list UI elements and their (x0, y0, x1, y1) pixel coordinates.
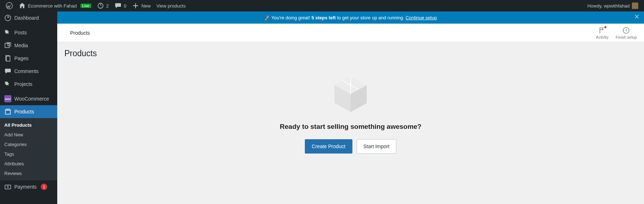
sidebar-item-payments[interactable]: $ Payments 1 (0, 180, 57, 193)
admin-sidebar: Dashboard Posts Media Pages Comments Pro… (0, 11, 57, 204)
pin-icon (4, 29, 11, 36)
new-label: New (141, 3, 151, 9)
update-icon (97, 2, 104, 9)
new-link[interactable]: New (129, 0, 153, 11)
username: wpwithfahad (604, 3, 630, 9)
sidebar-item-dashboard[interactable]: Dashboard (0, 11, 57, 24)
sidebar-label: Posts (14, 30, 27, 35)
svg-rect-2 (5, 43, 9, 48)
view-products-label: View products (156, 3, 185, 9)
view-products-link[interactable]: View products (153, 0, 188, 11)
page-header-bar: Products Activity Finish setup (57, 24, 644, 42)
box-illustration (333, 73, 369, 112)
sidebar-item-projects[interactable]: Projects (0, 78, 57, 91)
banner-bold: 5 steps left (311, 15, 336, 20)
sidebar-item-media[interactable]: Media (0, 39, 57, 52)
rocket-icon: 🚀 (264, 15, 270, 20)
dashboard-icon (4, 14, 11, 21)
updates-link[interactable]: 2 (94, 0, 112, 11)
sidebar-label: Pages (14, 55, 29, 61)
finish-setup-label: Finish setup (616, 35, 637, 39)
avatar (632, 3, 638, 9)
payments-badge: 1 (41, 184, 47, 190)
account-menu[interactable]: Howdy, wpwithfahad (587, 3, 641, 9)
sidebar-item-posts[interactable]: Posts (0, 26, 57, 39)
submenu-reviews[interactable]: Reviews (0, 169, 57, 178)
close-icon (634, 14, 640, 20)
admin-bar: Ecommerce with Fahad Live 2 0 New View p… (0, 0, 644, 11)
activity-button[interactable]: Activity (596, 26, 609, 39)
comments-count: 0 (124, 3, 126, 9)
svg-rect-6 (5, 110, 10, 114)
clock-progress-icon (622, 26, 630, 34)
sidebar-label: Payments (14, 184, 36, 190)
submenu-attributes[interactable]: Attributes (0, 159, 57, 169)
empty-state: Ready to start selling something awesome… (64, 73, 637, 154)
howdy-text: Howdy, (587, 3, 604, 9)
continue-setup-link[interactable]: Continue setup (405, 15, 436, 20)
comment-icon (4, 68, 11, 75)
home-icon (19, 2, 26, 9)
activity-label: Activity (596, 35, 609, 39)
sidebar-item-products[interactable]: Products (0, 105, 57, 118)
submenu-categories[interactable]: Categories (0, 140, 57, 149)
setup-banner: 🚀 You're doing great! 5 steps left to ge… (57, 11, 644, 24)
products-icon (4, 108, 11, 115)
svg-text:$: $ (7, 185, 9, 189)
banner-text-after: to get your store up and running. (336, 15, 405, 20)
sidebar-item-comments[interactable]: Comments (0, 65, 57, 78)
finish-setup-button[interactable]: Finish setup (616, 26, 637, 39)
submenu-all-products[interactable]: All Products (0, 120, 57, 130)
pages-icon (4, 55, 11, 62)
payments-icon: $ (4, 183, 11, 190)
comment-icon (114, 2, 122, 9)
sidebar-label: Media (14, 43, 28, 48)
sidebar-label: Projects (14, 81, 33, 87)
sidebar-item-woocommerce[interactable]: woo WooCommerce (0, 92, 57, 105)
woo-icon: woo (4, 95, 11, 102)
sidebar-label: Comments (14, 68, 39, 74)
svg-rect-5 (6, 56, 10, 61)
create-product-button[interactable]: Create Product (305, 139, 352, 154)
sidebar-label: Dashboard (14, 15, 39, 21)
notification-dot (604, 26, 606, 28)
submenu-add-new[interactable]: Add New (0, 130, 57, 140)
site-link[interactable]: Ecommerce with Fahad Live (16, 0, 94, 11)
sidebar-label: Products (14, 109, 34, 115)
package-icon (333, 73, 369, 112)
pin-icon (4, 81, 11, 88)
sidebar-item-pages[interactable]: Pages (0, 52, 57, 65)
submenu-tags[interactable]: Tags (0, 149, 57, 159)
sidebar-label: WooCommerce (14, 96, 49, 102)
products-submenu: All Products Add New Categories Tags Att… (0, 118, 57, 180)
page-heading: Products (64, 49, 637, 58)
banner-text: You're doing great! (272, 15, 312, 20)
header-title: Products (70, 30, 90, 36)
wordpress-icon (6, 2, 13, 9)
site-name: Ecommerce with Fahad (28, 3, 77, 9)
plus-icon (132, 2, 139, 9)
start-import-button[interactable]: Start Import (357, 139, 396, 154)
comments-link[interactable]: 0 (112, 0, 129, 11)
live-badge: Live (80, 4, 91, 8)
updates-count: 2 (106, 3, 109, 9)
media-icon (4, 42, 11, 49)
empty-heading: Ready to start selling something awesome… (64, 123, 637, 131)
wp-logo[interactable] (3, 0, 16, 11)
banner-close-button[interactable] (634, 14, 640, 21)
